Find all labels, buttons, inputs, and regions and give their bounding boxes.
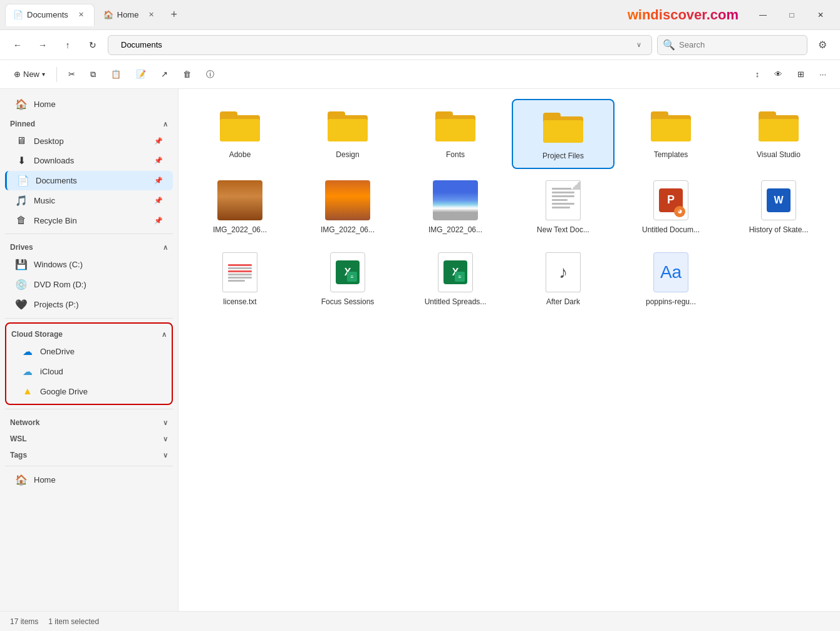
cloud-collapse-button[interactable]: ∧ [162, 331, 167, 339]
home-bottom-icon: 🏠 [15, 474, 28, 486]
sidebar-item-projects[interactable]: 🖤 Projects (P:) [5, 295, 173, 314]
project-files-folder-icon [541, 106, 586, 146]
sidebar-downloads-label: Downloads [34, 156, 148, 165]
delete-button[interactable]: 🗑 [177, 66, 197, 82]
sidebar-item-home-bottom[interactable]: 🏠 Home [5, 470, 173, 490]
maximize-button[interactable]: □ [777, 5, 806, 25]
tags-collapse-button[interactable]: ∨ [163, 451, 168, 459]
layout-button[interactable]: ⊞ [791, 66, 811, 82]
file-grid: Adobe Design [189, 99, 830, 314]
file-item-design[interactable]: Design [296, 99, 399, 169]
minimize-button[interactable]: — [749, 5, 777, 25]
new-button[interactable]: ⊕ New ▾ [8, 66, 51, 82]
file-item-new-text[interactable]: New Text Doc... [512, 174, 614, 242]
toolbar: ⊕ New ▾ ✂ ⧉ 📋 📝 ↗ 🗑 ⓘ ↕ 👁 ⊞ ··· [0, 60, 840, 89]
tab-add-button[interactable]: + [165, 6, 182, 24]
divider-4 [5, 466, 173, 466]
tab-home[interactable]: 🏠 Home ✕ [96, 4, 165, 26]
sidebar-recycle-label: Recycle Bin [34, 216, 148, 225]
address-bar: ← → ↑ ↻ ∨ 🔍 ⚙ [0, 30, 840, 60]
fonts-label: Fonts [446, 150, 465, 160]
sidebar-item-home[interactable]: 🏠 Home [5, 95, 173, 114]
wsl-collapse-button[interactable]: ∨ [163, 435, 168, 443]
wsl-label: WSL [10, 434, 27, 443]
divider-1 [5, 233, 173, 234]
settings-button[interactable]: ⚙ [812, 35, 832, 55]
filter-button[interactable]: 👁 [768, 66, 789, 82]
font-file-icon: Aa [648, 252, 693, 292]
desktop-icon: 🖥 [15, 135, 28, 146]
pinned-collapse-button[interactable]: ∧ [163, 120, 168, 128]
sidebar-section-drives: Drives ∧ [0, 238, 178, 254]
sidebar-item-desktop[interactable]: 🖥 Desktop 📌 [5, 131, 173, 150]
pinned-label: Pinned [10, 120, 35, 128]
share-button[interactable]: ↗ [155, 66, 174, 82]
item-count: 17 items [10, 617, 38, 626]
sidebar-item-onedrive[interactable]: ☁ OneDrive [11, 342, 167, 361]
sidebar-home-label: Home [34, 100, 163, 109]
sidebar-item-googledrive[interactable]: ▲ Google Drive [11, 382, 167, 401]
sidebar-windows-c-label: Windows (C:) [34, 260, 163, 269]
divider-2 [5, 318, 173, 319]
close-button[interactable]: ✕ [806, 5, 835, 25]
file-item-visual-studio[interactable]: Visual Studio [727, 99, 830, 169]
refresh-button[interactable]: ↻ [83, 35, 103, 55]
sidebar-section-cloud: Cloud Storage ∧ [6, 326, 172, 341]
tab-documents[interactable]: 📄 Documents ✕ [5, 4, 95, 26]
more-button[interactable]: ··· [813, 66, 832, 82]
search-input[interactable] [679, 40, 802, 49]
file-item-adobe[interactable]: Adobe [189, 99, 291, 169]
sidebar-item-downloads[interactable]: ⬇ Downloads 📌 [5, 151, 173, 170]
sidebar-item-recycle[interactable]: 🗑 Recycle Bin 📌 [5, 211, 173, 230]
tab-home-close[interactable]: ✕ [146, 9, 157, 20]
sidebar-item-icloud[interactable]: ☁ iCloud [11, 362, 167, 381]
copy-button[interactable]: ⧉ [84, 66, 102, 83]
tab-documents-close[interactable]: ✕ [76, 9, 86, 20]
file-item-img2[interactable]: IMG_2022_06... [296, 174, 399, 242]
file-item-history[interactable]: W History of Skate... [727, 174, 830, 242]
new-text-label: New Text Doc... [537, 225, 589, 235]
file-item-after-dark[interactable]: ♪ After Dark [512, 246, 614, 314]
sidebar-item-windows-c[interactable]: 💾 Windows (C:) [5, 255, 173, 274]
network-collapse-button[interactable]: ∨ [163, 419, 168, 427]
paste-button[interactable]: 📋 [105, 66, 127, 82]
excel-icon: X ≡ [325, 252, 370, 292]
dvdrom-icon: 💿 [15, 279, 28, 290]
license-label: license.txt [223, 297, 256, 307]
cut-button[interactable]: ✂ [62, 66, 81, 82]
file-item-focus-sessions[interactable]: X ≡ Focus Sessions [296, 246, 399, 314]
back-button[interactable]: ← [8, 35, 28, 55]
desktop-pin-icon: 📌 [154, 137, 163, 145]
file-item-untitled-ppt[interactable]: P ◕ Untitled Docum... [620, 174, 722, 242]
toolbar-right: ↕ 👁 ⊞ ··· [749, 66, 832, 82]
file-item-untitled-xl[interactable]: X ≡ Untitled Spreads... [404, 246, 507, 314]
info-button[interactable]: ⓘ [200, 66, 220, 83]
address-chevron-icon[interactable]: ∨ [631, 35, 646, 55]
rename-button[interactable]: 📝 [130, 66, 152, 82]
tab-home-icon: 🏠 [103, 10, 113, 19]
toolbar-separator-1 [56, 67, 57, 82]
file-item-license[interactable]: license.txt [189, 246, 291, 314]
address-input[interactable] [113, 35, 631, 55]
file-item-poppins[interactable]: Aa poppins-regu... [620, 246, 722, 314]
cloud-storage-label: Cloud Storage [11, 330, 63, 339]
sidebar-item-dvdrom[interactable]: 💿 DVD Rom (D:) [5, 275, 173, 294]
sort-button[interactable]: ↕ [749, 66, 766, 82]
sidebar-item-music[interactable]: 🎵 Music 📌 [5, 191, 173, 210]
drives-collapse-button[interactable]: ∧ [163, 244, 168, 252]
up-button[interactable]: ↑ [58, 35, 78, 55]
fonts-folder-icon [433, 105, 478, 145]
project-files-label: Project Files [542, 151, 584, 162]
file-item-project-files[interactable]: Project Files [512, 99, 614, 169]
forward-button[interactable]: → [33, 35, 53, 55]
img2-icon [325, 180, 370, 220]
sidebar-item-documents[interactable]: 📄 Documents 📌 [5, 171, 173, 190]
file-item-fonts[interactable]: Fonts [404, 99, 507, 169]
file-item-img1[interactable]: IMG_2022_06... [189, 174, 291, 242]
tab-documents-icon: 📄 [13, 10, 23, 19]
tags-label: Tags [10, 451, 27, 459]
word-icon: W [756, 180, 801, 220]
file-item-img3[interactable]: IMG_2022_06... [404, 174, 507, 242]
downloads-pin-icon: 📌 [154, 156, 163, 165]
file-item-templates[interactable]: Templates [620, 99, 722, 169]
